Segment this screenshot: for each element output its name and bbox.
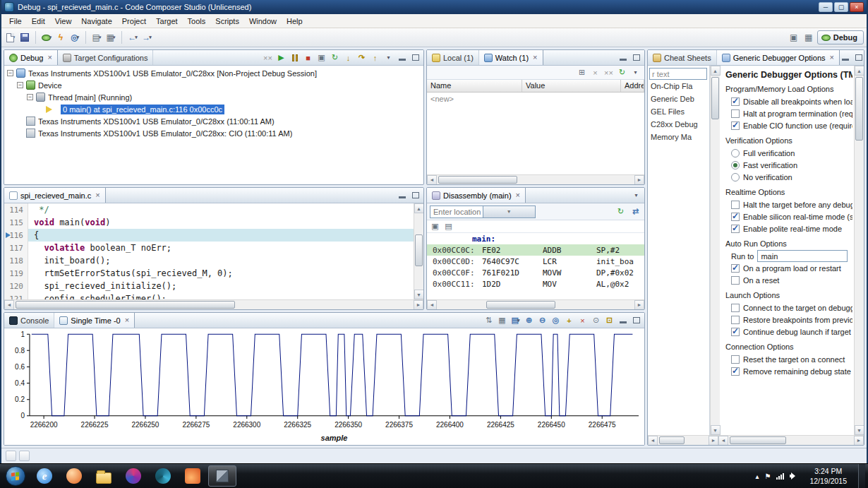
volume-icon[interactable] [790,472,798,480]
scroll-up-icon[interactable]: ▲ [855,66,864,76]
memory-browser-icon[interactable]: ▤▾ [90,31,103,44]
new-expression-icon[interactable]: ⊞ [576,66,588,78]
chart-properties-icon[interactable]: ▤▾ [510,314,522,326]
close-tab-icon[interactable]: × [516,191,520,199]
expander-icon[interactable]: − [27,94,33,100]
checkbox-enable-silicon-real-time-mode-ser[interactable] [731,213,740,221]
minimize-view-icon[interactable] [617,52,629,64]
scroll-left-icon[interactable]: ◄ [427,300,437,310]
action-center-flag-icon[interactable]: ⚑ [764,472,771,480]
maximize-button[interactable]: ▢ [834,2,848,12]
taskbar-internet-explorer[interactable]: e [30,465,59,487]
taskbar-matlab[interactable] [179,465,207,487]
column-header-addre[interactable]: Addre [621,80,644,92]
network-icon[interactable] [776,472,784,480]
tab-target-configurations[interactable]: Target Configurations [58,50,154,65]
vertical-scrollbar[interactable]: ▲ ▼ [414,203,423,299]
open-perspective-icon[interactable]: ▦ [802,31,815,44]
waveform-plot[interactable]: 00.20.40.60.8122662002266225226625022662… [4,328,644,445]
menu-help[interactable]: Help [282,16,308,27]
menu-edit[interactable]: Edit [27,16,50,27]
checkbox-enable-cio-function-use-requires[interactable] [731,121,740,130]
back-icon[interactable]: ←▾ [126,31,139,44]
debug-perspective-button[interactable]: Debug [817,30,864,44]
view-menu-icon[interactable]: ▾ [630,189,642,201]
debug-launch-icon[interactable]: ▾ [40,31,53,44]
tree-node[interactable]: Texas Instruments XDS100v1 USB Emulator_… [4,115,423,127]
checkbox-remove-remaining-debug-state-at[interactable] [731,367,740,376]
code-line[interactable]: 114 */ [4,203,414,216]
tree-node[interactable]: 0 main() at spi_recieved_main.c:116 0x00… [4,103,423,115]
scroll-left-icon[interactable]: ◄ [427,175,437,185]
refresh-icon[interactable]: ↻ [616,66,628,78]
waveform-chart[interactable]: 00.20.40.60.8122662002266225226625022662… [4,328,644,445]
checkbox-halt-at-program-termination-requ[interactable] [731,109,740,118]
minimize-view-icon[interactable] [396,189,408,201]
expander-icon[interactable]: − [17,82,23,88]
code-editor[interactable]: 114 */115void main(void)116{117 volatile… [4,203,414,299]
tab-single-time-0[interactable]: Single Time -0× [54,313,135,328]
checkbox-reset-the-target-on-a-connect[interactable] [731,355,740,364]
tab-disassembly-main[interactable]: Disassembly (main)× [427,188,526,203]
disassembly-line[interactable]: 0x00CC0C:FE02ADDBSP,#2 [427,244,644,256]
code-line[interactable]: 119 rtmSetErrorStatus(spi_recieved_M, 0)… [4,267,414,280]
zoom-in-icon[interactable]: ⊕ [523,314,535,326]
tab-cheat-sheets[interactable]: Cheat Sheets [648,50,717,65]
tab-watch-1[interactable]: Watch (1)× [479,50,543,65]
code-line[interactable]: 120 spi_recieved_initialize(); [4,280,414,292]
registers-icon[interactable]: ▦▾ [104,31,117,44]
start-button[interactable] [6,466,25,486]
scroll-left-icon[interactable]: ◄ [648,436,658,446]
disassembly-line[interactable]: 0x00CC0D:7640C97CLCRinit_boa [427,256,644,267]
scroll-up-icon[interactable]: ▲ [711,66,721,76]
checkbox-halt-the-target-before-any-debugg[interactable] [731,201,740,209]
restart-icon[interactable]: ↻ [329,52,341,64]
scroll-left-icon[interactable]: ◄ [4,300,14,310]
options-vertical-scrollbar[interactable]: ▲ ▼ [854,66,864,435]
checkbox-on-a-program-load-or-restart[interactable] [731,264,740,273]
tab-console[interactable]: Console [4,313,54,328]
taskbar-active-app[interactable] [208,465,236,487]
code-line[interactable]: 117 volatile boolean_T noErr; [4,242,414,254]
zoom-out-icon[interactable]: ⊖ [536,314,548,326]
column-header-name[interactable]: Name [427,80,522,92]
clear-chart-icon[interactable]: × [577,314,589,326]
tab-debug[interactable]: Debug× [4,50,58,65]
code-line[interactable]: 116{ [4,229,414,242]
menu-window[interactable]: Window [244,16,282,27]
target-icon[interactable]: ◎▾ [68,31,81,44]
checkbox-restore-breakpoints-from-previous[interactable] [731,316,740,324]
suspend-icon[interactable] [289,52,301,64]
tree-node[interactable]: −Device [4,79,423,91]
writable-mode-icon[interactable] [6,451,16,461]
nav-item-c28xx-debug[interactable]: C28xx Debug [649,118,708,131]
taskbar-file-explorer[interactable] [90,465,118,487]
tab-spi-recieved-main-c[interactable]: spi_recieved_main.c× [4,188,106,203]
close-tab-icon[interactable]: × [830,54,834,61]
options-horizontal-scrollbar[interactable]: ◄ ► [718,435,864,445]
show-opcode-icon[interactable]: ▤ [442,220,454,232]
maximize-view-icon[interactable] [630,314,642,326]
measure-icon[interactable]: + [563,314,575,326]
link-with-source-icon[interactable]: ⇄ [629,206,641,218]
disassembly-label-line[interactable]: main: [427,233,644,244]
menu-project[interactable]: Project [117,16,151,27]
scroll-up-icon[interactable]: ▲ [414,203,424,213]
location-input[interactable]: Enter location here ▼ [430,206,536,218]
menu-target[interactable]: Target [151,16,183,27]
scroll-right-icon[interactable]: ► [414,300,423,310]
menu-navigate[interactable]: Navigate [76,16,116,27]
minimize-button[interactable]: ─ [819,2,833,12]
filter-input[interactable] [649,68,707,80]
tab-generic-debugger-options[interactable]: Generic Debugger Options× [717,50,840,65]
nav-item-on-chip-fla[interactable]: On-Chip Fla [649,80,708,93]
smart-insert-icon[interactable] [19,451,30,461]
disassembly-line[interactable]: 0x00CC11:1D2DMOVAL,@0x2 [427,278,644,290]
variable-name-cell[interactable]: <new> [427,95,522,103]
run-to-input[interactable]: main [757,250,848,262]
scroll-right-icon[interactable]: ► [854,436,864,446]
taskbar-photo-app[interactable] [119,465,147,487]
horizontal-scrollbar[interactable]: ◄ ► [4,299,423,309]
scroll-lock-icon[interactable]: ⇅ [483,314,495,326]
resume-icon[interactable]: ▶ [275,52,287,64]
